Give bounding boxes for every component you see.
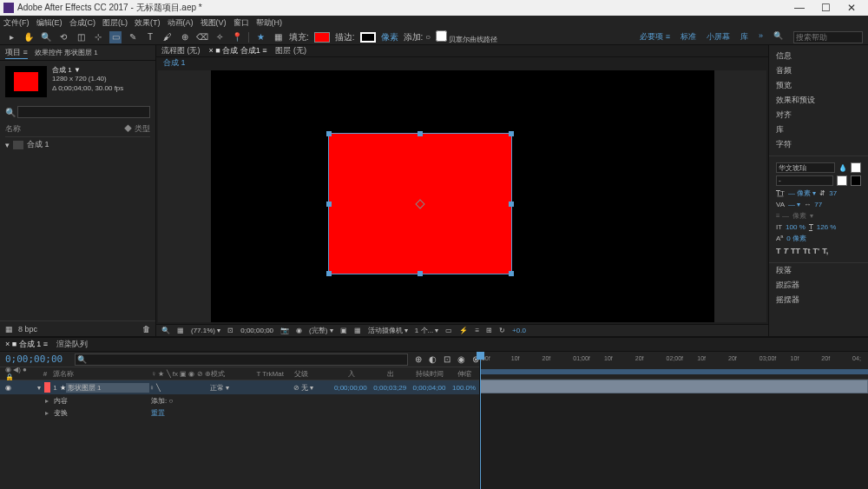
clone-tool-icon[interactable]: ⊕ <box>179 31 191 43</box>
menu-file[interactable]: 文件(F) <box>3 17 30 29</box>
transform-handle[interactable] <box>509 271 514 276</box>
roto-tool-icon[interactable]: ✧ <box>214 31 226 43</box>
transform-handle[interactable] <box>326 131 332 136</box>
layer-contents-group[interactable]: ▸ 内容 添加: ○ <box>0 394 479 406</box>
project-item-comp[interactable]: ▾ 合成 1 <box>5 137 150 152</box>
grid-icon[interactable]: ▦ <box>177 327 184 334</box>
transform-handle[interactable] <box>418 271 423 276</box>
playhead[interactable] <box>480 352 481 489</box>
panel-wiggler[interactable]: 摇摆器 <box>769 293 868 307</box>
expand-icon[interactable]: ▾ <box>5 141 10 149</box>
expand-icon[interactable]: ▸ <box>45 397 49 405</box>
panel-paragraph[interactable]: 段落 <box>769 262 868 278</box>
kerning-value[interactable]: — ▾ <box>788 201 800 208</box>
interpret-icon[interactable]: ▦ <box>5 325 13 334</box>
reset-transform-button[interactable]: 重置 <box>151 408 165 418</box>
text-fill-swatch[interactable] <box>851 162 861 173</box>
tracking-value[interactable]: 77 <box>814 201 822 208</box>
parent-dropdown[interactable]: 无 <box>301 384 308 392</box>
shape-layer-rectangle[interactable] <box>328 133 512 274</box>
expand-layer-icon[interactable]: ▾ <box>37 384 45 392</box>
time-display[interactable]: 0;00;00;00 <box>240 327 273 334</box>
work-area-bar[interactable] <box>480 369 868 374</box>
transform-handle[interactable] <box>509 202 514 207</box>
font-style-dropdown[interactable]: - <box>776 175 833 186</box>
tab-layer[interactable]: 图层 (无) <box>275 45 306 56</box>
panel-preview[interactable]: 预览 <box>769 78 868 93</box>
layer-in-point[interactable]: 0;00;00;00 <box>331 384 370 392</box>
tab-render-queue[interactable]: 渲染队列 <box>56 339 88 350</box>
workspace-small[interactable]: 小屏幕 <box>707 31 730 43</box>
col-name[interactable]: 名称 <box>5 123 21 135</box>
grid-icon[interactable]: ▦ <box>272 31 284 43</box>
blend-mode-dropdown[interactable]: 正常 <box>210 384 224 392</box>
panel-library[interactable]: 库 <box>769 122 868 137</box>
col-source-name[interactable]: 源名称 <box>53 369 151 379</box>
anchor-point-icon[interactable] <box>415 199 424 208</box>
tab-flowchart[interactable]: 流程图 (无) <box>161 45 201 56</box>
rotate-tool-icon[interactable]: ⟲ <box>57 31 69 43</box>
hscale-value[interactable]: 126 % <box>817 223 837 231</box>
panel-align[interactable]: 对齐 <box>769 108 868 122</box>
font-family-dropdown[interactable]: 华文琥珀 <box>776 162 835 173</box>
fast-preview-icon[interactable]: ⚡ <box>459 327 468 334</box>
timeline-switch-icon[interactable]: ◉ <box>457 354 465 364</box>
eyedropper-icon[interactable]: 💧 <box>838 164 847 172</box>
expand-icon[interactable]: ▸ <box>45 409 49 417</box>
pen-tool-icon[interactable]: ✎ <box>127 31 139 43</box>
leading-value[interactable]: 37 <box>829 189 837 197</box>
timeline-layer-row[interactable]: ◉ ▾ 1 ★ 形状图层 1 ♀ ╲ 正常 ▾ ⊘ 无 ▾ 0;00;00;00… <box>0 380 479 394</box>
transform-handle[interactable] <box>326 271 332 276</box>
all-caps-button[interactable]: TT <box>791 247 800 255</box>
anchor-tool-icon[interactable]: ⊹ <box>92 31 104 43</box>
eraser-tool-icon[interactable]: ⌫ <box>196 31 208 43</box>
zoom-dropdown[interactable]: (77.1%) ▾ <box>191 327 220 334</box>
col-type[interactable]: ◆ 类型 <box>124 123 150 135</box>
fill-color-swatch[interactable] <box>314 32 330 43</box>
zoom-tool-icon[interactable]: 🔍 <box>40 31 52 43</box>
vscale-value[interactable]: 100 % <box>786 223 806 231</box>
composition-viewport[interactable] <box>211 70 714 322</box>
close-button[interactable]: ✕ <box>838 2 865 14</box>
menu-animation[interactable]: 动画(A) <box>168 17 194 29</box>
camera-tool-icon[interactable]: ◫ <box>75 31 87 43</box>
pixel-aspect-icon[interactable]: ▭ <box>445 327 452 334</box>
menu-edit[interactable]: 编辑(E) <box>36 17 62 29</box>
transform-handle[interactable] <box>418 131 423 136</box>
text-stroke-swatch-b[interactable] <box>851 175 861 186</box>
tab-timeline-comp[interactable]: × ■ 合成 1 ≡ <box>5 339 48 350</box>
workspace-library[interactable]: 库 <box>740 31 748 43</box>
current-timecode[interactable]: 0;00;00;00 <box>0 352 68 367</box>
panel-info[interactable]: 信息 <box>769 49 868 63</box>
timeline-track-view[interactable]: ;00f 10f 20f 01;00f 10f 20f 02;00f 10f 2… <box>480 352 868 489</box>
menu-view[interactable]: 视图(V) <box>201 17 227 29</box>
layer-out-point[interactable]: 0;00;03;29 <box>371 384 410 392</box>
panel-audio[interactable]: 音频 <box>769 63 868 78</box>
add-shape-button[interactable]: 添加: ○ <box>151 396 173 406</box>
comp-flowchart-icon[interactable]: ⊞ <box>486 327 492 334</box>
panel-character[interactable]: 字符 <box>769 137 868 152</box>
star-icon[interactable]: ★ <box>254 31 266 43</box>
menu-help[interactable]: 帮助(H) <box>256 17 283 29</box>
panel-effects-presets[interactable]: 效果和预设 <box>769 93 868 108</box>
workspace-essentials[interactable]: 必要项 ≡ <box>640 31 670 43</box>
workspace-menu-icon[interactable]: » <box>759 31 763 43</box>
rectangle-tool-icon[interactable]: ▭ <box>109 31 122 43</box>
faux-bold-button[interactable]: T <box>776 247 781 255</box>
camera-dropdown[interactable]: 活动摄像机 ▾ <box>368 326 408 335</box>
panel-tracker[interactable]: 跟踪器 <box>769 278 868 293</box>
timeline-switch-icon[interactable]: ◐ <box>429 354 437 364</box>
project-search-input[interactable] <box>17 106 150 118</box>
snapshot-icon[interactable]: 📷 <box>280 327 289 334</box>
selection-tool-icon[interactable]: ▸ <box>5 31 17 43</box>
layer-transform-group[interactable]: ▸ 变换 重置 <box>0 406 479 419</box>
resolution-dropdown[interactable]: (完整) ▾ <box>309 326 333 335</box>
timeline-switch-icon[interactable]: ⊡ <box>444 354 450 364</box>
faux-italic-button[interactable]: T <box>784 247 789 255</box>
layer-duration[interactable]: 0;00;04;00 <box>410 384 449 392</box>
subscript-button[interactable]: T, <box>822 247 828 255</box>
delete-icon[interactable]: 🗑 <box>142 325 150 334</box>
tab-project[interactable]: 项目 ≡ <box>5 47 28 59</box>
bezier-checkbox[interactable] <box>436 30 447 42</box>
layer-color-tag[interactable] <box>44 382 50 393</box>
